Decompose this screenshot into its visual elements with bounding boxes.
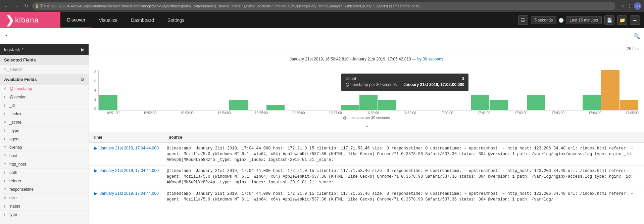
security-label: 🔒 不安全 bbox=[35, 4, 50, 8]
chart-bar[interactable] bbox=[620, 100, 638, 110]
nav-settings[interactable]: Settings bbox=[161, 12, 191, 28]
date-range-label: January 21st 2019, 16:50:42.810 - Januar… bbox=[290, 57, 411, 61]
field-item[interactable]: ? responsetime bbox=[0, 185, 89, 194]
menu-button[interactable]: ⋮ bbox=[627, 2, 632, 10]
field-name: agent bbox=[9, 137, 19, 141]
index-pattern[interactable]: logstash-* ▶ bbox=[0, 44, 89, 55]
field-item[interactable]: t _id bbox=[0, 101, 89, 110]
browser-bar: ← → ↻ 🔒 不安全 123.206.34.40:5601/app/kiban… bbox=[0, 0, 644, 12]
chart-bar[interactable] bbox=[583, 95, 601, 110]
chart-wrapper: 8 6 4 2 0 Count 3 bbox=[94, 63, 639, 110]
last-minutes-button[interactable]: Last 15 minutes bbox=[566, 16, 602, 24]
chart-bar[interactable] bbox=[490, 100, 508, 110]
field-item[interactable]: t referer bbox=[0, 177, 89, 185]
x-label-13: 17:03:00 bbox=[551, 111, 564, 115]
field-item[interactable]: ? http_host bbox=[0, 160, 89, 169]
nav-discover[interactable]: Discover bbox=[60, 12, 92, 28]
chart-bar[interactable] bbox=[341, 105, 359, 110]
field-name: _score bbox=[9, 120, 21, 125]
avatar-button[interactable]: JH bbox=[634, 2, 641, 10]
field-item[interactable]: # size bbox=[0, 194, 89, 202]
by-seconds-link[interactable]: by 30 seconds bbox=[417, 57, 443, 61]
time-cell[interactable]: ▶ January 21st 2019, 17:04:44.000 bbox=[89, 143, 163, 166]
field-item[interactable]: t agent bbox=[0, 135, 89, 143]
field-item[interactable]: t _type bbox=[0, 127, 89, 135]
main-layout: logstash-* ▶ Selected Fields ? _source A… bbox=[0, 44, 644, 224]
chart-bar[interactable] bbox=[601, 70, 619, 110]
chart-bar[interactable] bbox=[229, 100, 247, 110]
y-label-4: 4 bbox=[94, 89, 96, 92]
collapse-sidebar-icon[interactable]: ▶ bbox=[81, 47, 85, 52]
expand-row-button[interactable]: ▶ bbox=[93, 146, 99, 150]
app-header: ❯ kibana Discover Visualize Dashboard Se… bbox=[0, 12, 644, 28]
y-label-0: 0 bbox=[94, 107, 96, 110]
open-button[interactable]: 📁 bbox=[617, 15, 627, 25]
grid-icon-button[interactable]: ☷ bbox=[518, 15, 528, 25]
header-right: ☷ 5 seconds 🕑 Last 15 minutes 💾 📁 ➦ bbox=[518, 15, 644, 25]
x-label-9: 16:59:00 bbox=[403, 111, 416, 115]
source-column-header: _source bbox=[163, 132, 644, 143]
last-minutes-label: Last 15 minutes bbox=[569, 18, 598, 23]
chart-bar[interactable] bbox=[527, 95, 545, 110]
field-type-badge: # bbox=[4, 87, 7, 91]
x-label-11: 17:01:00 bbox=[477, 111, 490, 115]
field-type-badge: t bbox=[4, 104, 7, 107]
field-type-badge: t bbox=[4, 171, 7, 175]
field-item[interactable]: ? clientip bbox=[0, 143, 89, 152]
chart-bar[interactable] bbox=[471, 95, 489, 110]
field-type-badge: t bbox=[4, 112, 7, 116]
field-item[interactable]: # @timestamp bbox=[0, 85, 89, 93]
field-name: _id bbox=[9, 103, 15, 108]
search-button[interactable]: 🔍 bbox=[632, 32, 641, 41]
chart-bar[interactable] bbox=[359, 95, 378, 110]
forward-button[interactable]: → bbox=[13, 2, 20, 10]
x-label-1: 16:51:00 bbox=[106, 111, 119, 115]
search-input[interactable] bbox=[3, 34, 632, 39]
x-label-14: 17:04:00 bbox=[589, 111, 602, 115]
kibana-logo[interactable]: ❯ kibana bbox=[0, 12, 60, 28]
time-cell[interactable]: ▶ January 21st 2019, 17:04:44.000 bbox=[89, 188, 163, 205]
field-item[interactable]: t type bbox=[0, 211, 89, 219]
nav-visualize[interactable]: Visualize bbox=[92, 12, 124, 28]
x-axis-title: @timestamp per 30 seconds bbox=[94, 116, 639, 120]
field-item[interactable]: t @version bbox=[0, 93, 89, 101]
field-name: host bbox=[9, 153, 17, 158]
chart-bar[interactable] bbox=[99, 95, 117, 110]
tooltip-ts-value: January 21st 2019, 17:02:00.000 bbox=[403, 82, 464, 87]
field-type-badge: # bbox=[4, 196, 7, 200]
seconds-label: 5 seconds bbox=[535, 18, 553, 23]
share-button[interactable]: ➦ bbox=[630, 15, 640, 25]
field-item[interactable]: t status bbox=[0, 202, 89, 211]
index-pattern-label: logstash-* bbox=[4, 47, 23, 52]
hits-count: 26 hits bbox=[89, 44, 644, 53]
field-item[interactable]: t _index bbox=[0, 110, 89, 118]
tooltip-count-value: 3 bbox=[462, 76, 464, 81]
gear-button[interactable]: ⚙ bbox=[80, 77, 85, 82]
back-button[interactable]: ← bbox=[3, 2, 10, 10]
field-item[interactable]: # _score bbox=[0, 118, 89, 127]
x-label-10: 17:00:00 bbox=[440, 111, 453, 115]
field-item[interactable]: ? host bbox=[0, 152, 89, 160]
nav-dashboard[interactable]: Dashboard bbox=[124, 12, 161, 28]
source-cell: @timestamp: January 21st 2019, 17:04:44.… bbox=[163, 166, 644, 188]
expand-row-button[interactable]: ▶ bbox=[93, 168, 99, 173]
field-name: _index bbox=[9, 111, 21, 116]
chart-bar[interactable] bbox=[266, 105, 285, 110]
refresh-button[interactable]: ↻ bbox=[23, 2, 30, 10]
expand-chart-button[interactable]: ⌃ bbox=[89, 123, 644, 132]
seconds-button[interactable]: 5 seconds bbox=[531, 16, 557, 24]
kibana-text: kibana bbox=[15, 16, 39, 25]
results-table: Time _source ▶ January 21st 2019, 17:04:… bbox=[89, 132, 644, 205]
star-button[interactable]: ☆ bbox=[621, 2, 625, 10]
field-name: referer bbox=[9, 179, 21, 183]
expand-row-button[interactable]: ▶ bbox=[93, 191, 99, 196]
chart-bar[interactable] bbox=[378, 100, 396, 110]
field-name: type bbox=[9, 212, 17, 217]
field-type-badge: ? bbox=[4, 146, 7, 149]
time-cell[interactable]: ▶ January 21st 2019, 17:04:44.000 bbox=[89, 166, 163, 188]
save-button[interactable]: 💾 bbox=[604, 15, 614, 25]
field-type-badge: ? bbox=[4, 154, 7, 158]
available-fields-header: Available Fields ⚙ bbox=[0, 74, 89, 85]
field-name: size bbox=[9, 195, 16, 200]
field-item[interactable]: t path bbox=[0, 169, 89, 177]
